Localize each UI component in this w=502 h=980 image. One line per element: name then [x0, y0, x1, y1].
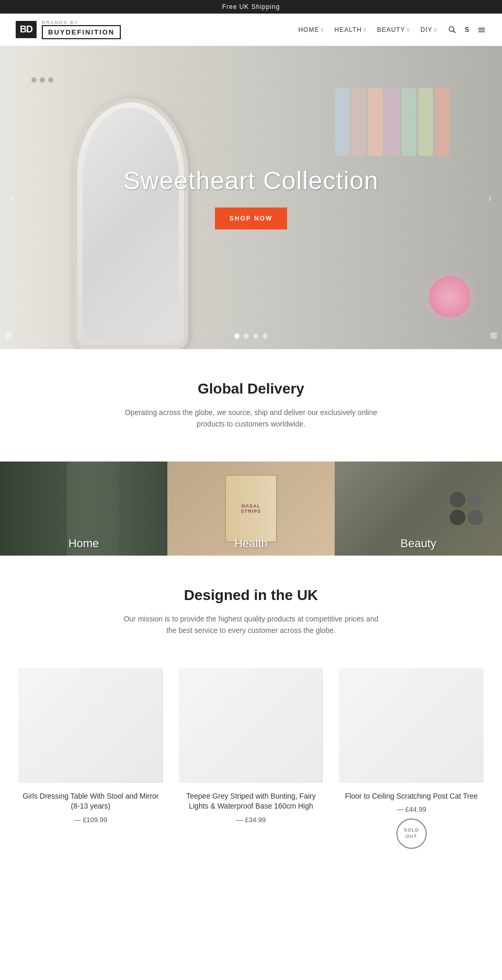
hero-content: Sweetheart Collection SHOP NOW — [123, 166, 379, 229]
global-delivery-section: Global Delivery Operating across the glo… — [0, 349, 502, 462]
product-img-3 — [339, 668, 484, 783]
cloth-2 — [351, 88, 366, 156]
hero-dots — [234, 333, 268, 339]
products-row: Girls Dressing Table With Stool and Mirr… — [0, 668, 502, 870]
search-icon[interactable] — [448, 25, 457, 34]
hero-dot-3[interactable] — [253, 333, 258, 339]
hero-dot-1[interactable] — [234, 333, 239, 339]
category-beauty-label: Beauty — [335, 532, 502, 556]
sold-out-badge: SOLD OUT — [396, 818, 427, 849]
logo-brands-sub: BRANDS BY — [42, 20, 121, 25]
hero-pink-flower — [429, 276, 471, 318]
hero-dot-4[interactable] — [263, 333, 268, 339]
product-img-2 — [179, 668, 324, 783]
product-2-price: — £34.99 — [179, 816, 324, 824]
logo-icon[interactable]: BD — [16, 21, 37, 38]
hero-title: Sweetheart Collection — [123, 166, 379, 195]
menu-icon[interactable] — [477, 25, 486, 34]
category-beauty[interactable]: Beauty — [335, 462, 502, 556]
top-bar: Free UK Shipping — [0, 0, 502, 14]
product-1-name: Girls Dressing Table With Stool and Mirr… — [18, 791, 163, 812]
logo-area: BD BRANDS BY BUYDEFINITION — [16, 20, 121, 39]
hero-section: Sweetheart Collection SHOP NOW ‹ › — [0, 46, 502, 349]
cloth-7 — [435, 88, 450, 156]
product-3-name: Floor to Ceiling Scratching Post Cat Tre… — [339, 791, 484, 802]
cloth-3 — [368, 88, 383, 156]
nav-icons: S — [448, 25, 486, 34]
product-2-name: Teepee Grey Striped with Bunting, Fairy … — [179, 791, 324, 812]
svg-line-1 — [453, 30, 455, 32]
cloth-1 — [335, 88, 349, 156]
nav-diy[interactable]: DIY 0 — [420, 26, 437, 33]
svg-rect-4 — [478, 31, 485, 32]
product-2-placeholder — [179, 668, 324, 783]
nav-health[interactable]: HEALTH 0 — [334, 26, 366, 33]
category-row: Home NASALSTRIPS Health Beauty — [0, 462, 502, 556]
global-delivery-desc: Operating across the globe, we source, s… — [120, 407, 382, 430]
svg-rect-3 — [478, 29, 485, 30]
category-health-label: Health — [167, 532, 335, 556]
cloth-6 — [418, 88, 433, 156]
product-card-3[interactable]: Floor to Ceiling Scratching Post Cat Tre… — [331, 668, 492, 849]
hero-next-arrow[interactable]: › — [483, 187, 497, 209]
cloth-4 — [385, 88, 400, 156]
category-health[interactable]: NASALSTRIPS Health — [167, 462, 335, 556]
hero-deco-dots — [31, 77, 53, 83]
hero-dot-2[interactable] — [244, 333, 249, 339]
svg-rect-2 — [478, 28, 485, 29]
header: BD BRANDS BY BUYDEFINITION HOME 0 HEALTH… — [0, 14, 502, 46]
category-home-label: Home — [0, 532, 167, 556]
svg-point-0 — [449, 27, 454, 31]
top-bar-message: Free UK Shipping — [222, 3, 280, 10]
hero-prev-arrow[interactable]: ‹ — [5, 187, 19, 209]
logo-main-text[interactable]: BUYDEFINITION — [42, 25, 121, 39]
product-3-price: — £44.99 — [339, 805, 484, 813]
designed-uk-desc: Our mission is to provide the highest qu… — [120, 613, 382, 637]
logo-text-group: BRANDS BY BUYDEFINITION — [42, 20, 121, 39]
nav-beauty[interactable]: BEAUTY 0 — [377, 26, 410, 33]
hero-clothes-rack — [335, 88, 450, 156]
designed-uk-title: Designed in the UK — [42, 587, 460, 604]
product-card-1[interactable]: Girls Dressing Table With Stool and Mirr… — [10, 668, 171, 849]
cart-label[interactable]: S — [462, 25, 472, 34]
cloth-5 — [402, 88, 416, 156]
product-1-price: — £109.99 — [18, 816, 163, 824]
product-1-placeholder — [18, 668, 163, 783]
product-card-2[interactable]: Teepee Grey Striped with Bunting, Fairy … — [171, 668, 332, 849]
hero-corner-sq-left — [5, 332, 12, 339]
hero-corner-sq-right — [490, 332, 497, 339]
global-delivery-title: Global Delivery — [42, 381, 460, 397]
category-home[interactable]: Home — [0, 462, 167, 556]
main-nav: HOME 0 HEALTH 0 BEAUTY 0 DIY 0 S — [298, 25, 486, 34]
nav-home[interactable]: HOME 0 — [298, 26, 324, 33]
hero-shop-button[interactable]: SHOP NOW — [215, 207, 287, 229]
product-3-placeholder — [339, 668, 484, 783]
product-img-1 — [18, 668, 163, 783]
designed-uk-section: Designed in the UK Our mission is to pro… — [0, 556, 502, 668]
